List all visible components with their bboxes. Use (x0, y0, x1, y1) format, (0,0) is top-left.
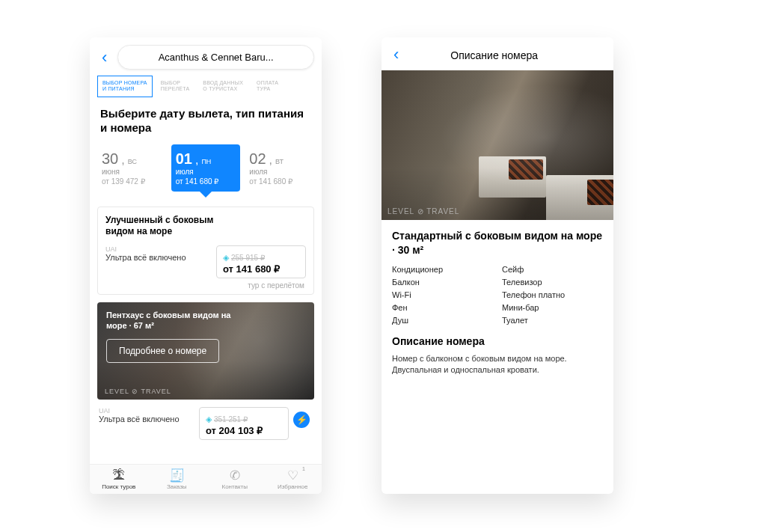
tab-search[interactable]: 🏝Поиск туров (90, 465, 148, 494)
amenity: Wi-Fi (392, 290, 493, 299)
date-card-30[interactable]: 30,ВС июня от 139 472 ₽ (97, 144, 167, 192)
room-hero-image: LEVEL ⊘ TRAVEL (382, 70, 613, 220)
amenity: Душ (392, 316, 493, 325)
watermark: LEVEL ⊘ TRAVEL (387, 207, 459, 215)
diamond-icon: ◈ (223, 253, 229, 262)
amenity: Сейф (502, 265, 603, 274)
penthouse-card[interactable]: Пентхаус с боковым видом на море · 67 м²… (97, 302, 314, 400)
amenity: Туалет (502, 316, 603, 325)
amenity: Кондиционер (392, 265, 493, 274)
tabbar: 🏝Поиск туров 🧾Заказы ✆Контакты ♡Избранно… (90, 464, 322, 494)
room-card-2: UAI Ультра всё включено ◈351 251 ₽ от 20… (97, 407, 314, 440)
room-description: Номер с балконом с боковым видом на море… (392, 353, 603, 376)
phone-left: ‹ Acanthus & Cennet Baru... ВЫБОР НОМЕРА… (90, 37, 322, 494)
amenity: Фен (392, 303, 493, 312)
step-room[interactable]: ВЫБОР НОМЕРА И ПИТАНИЯ (97, 76, 153, 97)
orders-icon: 🧾 (148, 469, 206, 482)
topbar-2: ‹ Описание номера (382, 37, 613, 70)
meal-plan: UAI Ультра всё включено (105, 245, 186, 262)
details-button[interactable]: Подробнее о номере (106, 339, 219, 363)
phone-icon: ✆ (206, 469, 264, 482)
phone-right: ‹ Описание номера LEVEL ⊘ TRAVEL Стандар… (382, 37, 613, 494)
amenity: Телевизор (502, 278, 603, 287)
hotel-title-pill[interactable]: Acanthus & Cennet Baru... (117, 45, 314, 70)
amenity: Балкон (392, 278, 493, 287)
back-icon[interactable]: ‹ (389, 45, 403, 64)
penthouse-title: Пентхаус с боковым видом на море · 67 м² (106, 310, 233, 331)
fav-badge: 1 (302, 466, 305, 471)
date-card-02[interactable]: 02,ВТ июля от 141 680 ₽ (245, 144, 314, 192)
section-title: Описание номера (392, 335, 603, 347)
tab-orders[interactable]: 🧾Заказы (148, 465, 206, 494)
step-tourist[interactable]: ВВОД ДАННЫХ О ТУРИСТАХ (197, 76, 248, 97)
bolt-icon[interactable]: ⚡ (293, 412, 310, 428)
watermark: LEVEL ⊘ TRAVEL (105, 388, 171, 395)
price-box[interactable]: ◈255 915 ₽ от 141 680 ₽ (216, 245, 306, 278)
back-icon[interactable]: ‹ (97, 48, 111, 67)
palm-icon: 🏝 (90, 469, 148, 482)
tab-contacts[interactable]: ✆Контакты (206, 465, 264, 494)
screen-title: Описание номера (409, 48, 579, 61)
date-card-01[interactable]: 01,ПН июля от 141 680 ₽ (171, 144, 241, 192)
amenity: Мини-бар (502, 303, 603, 312)
amenity: Телефон платно (502, 290, 603, 299)
diamond-icon: ◈ (206, 415, 212, 424)
heart-icon: ♡ (264, 469, 322, 482)
step-flight[interactable]: ВЫБОР ПЕРЕЛЁТА (156, 76, 195, 97)
tab-favorites[interactable]: ♡Избранное1 (264, 465, 322, 494)
price-box-2[interactable]: ◈351 251 ₽ от 204 103 ₽ (199, 407, 289, 440)
step-payment[interactable]: ОПЛАТА ТУРА (251, 76, 284, 97)
room-title: Стандартный с боковым видом на море · 30… (392, 229, 603, 257)
room-name: Улучшенный с боковым видом на море (105, 215, 225, 238)
amenities: КондиционерСейф БалконТелевизор Wi-FiТел… (392, 265, 603, 325)
page-heading: Выберите дату вылета, тип питания и номе… (90, 106, 322, 144)
price-hint: тур с перелётом (105, 278, 306, 290)
meal-plan-2: UAI Ультра всё включено (99, 407, 180, 424)
room-card-1: Улучшенный с боковым видом на море UAI У… (97, 207, 314, 295)
date-selector: 30,ВС июня от 139 472 ₽ 01,ПН июля от 14… (90, 144, 322, 201)
topbar: ‹ Acanthus & Cennet Baru... (90, 37, 322, 76)
stepper: ВЫБОР НОМЕРА И ПИТАНИЯ ВЫБОР ПЕРЕЛЁТА ВВ… (90, 76, 322, 106)
